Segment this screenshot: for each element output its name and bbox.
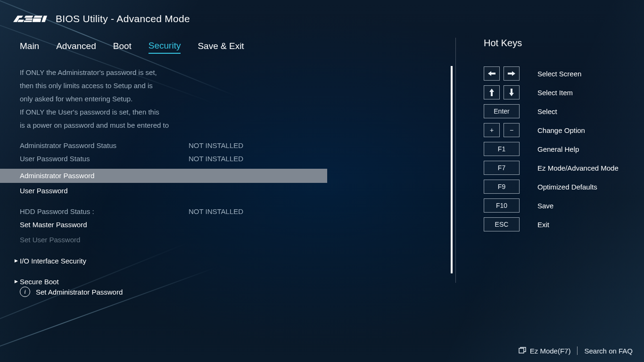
key-up-icon — [484, 85, 500, 99]
hotkey-optimized-defaults: F9 Optimized Defaults — [484, 180, 635, 194]
user-password-status-value: NOT INSTALLED — [189, 155, 243, 163]
key-f10: F10 — [484, 198, 520, 213]
svg-rect-1 — [17, 20, 24, 22]
submenu-arrow-icon — [14, 259, 19, 263]
hdd-password-status-label: HDD Password Status : — [20, 207, 189, 215]
password-info-text: If ONLY the Administrator's password is … — [20, 66, 350, 132]
set-user-password-item: Set User Password — [0, 233, 327, 247]
key-f1: F1 — [484, 142, 520, 156]
svg-marker-7 — [41, 16, 47, 22]
admin-password-status-value: NOT INSTALLED — [189, 141, 243, 149]
hotkey-save: F10 Save — [484, 198, 635, 213]
admin-password-status-row: Administrator Password Status NOT INSTAL… — [20, 139, 452, 152]
svg-marker-2 — [25, 16, 33, 18]
scrollbar-thumb[interactable] — [451, 66, 453, 273]
key-minus: − — [504, 123, 520, 137]
key-f9: F9 — [484, 180, 520, 194]
header-bar: BIOS Utility - Advanced Mode — [0, 0, 644, 38]
key-right-icon — [504, 66, 520, 81]
user-password-item[interactable]: User Password — [0, 184, 327, 198]
svg-marker-9 — [15, 280, 18, 283]
hotkeys-panel: Hot Keys Select Screen Select Item Enter… — [465, 38, 644, 236]
svg-marker-12 — [489, 89, 494, 96]
svg-rect-14 — [519, 348, 524, 353]
key-down-icon — [504, 85, 520, 99]
info-icon: i — [20, 287, 30, 297]
search-faq-link[interactable]: Search on FAQ — [578, 347, 639, 355]
svg-marker-8 — [15, 259, 18, 262]
hdd-password-status-value: NOT INSTALLED — [189, 207, 243, 215]
hotkeys-title: Hot Keys — [484, 38, 635, 49]
key-enter: Enter — [484, 104, 520, 118]
admin-password-status-label: Administrator Password Status — [20, 141, 189, 149]
page-title: BIOS Utility - Advanced Mode — [56, 13, 190, 25]
svg-rect-4 — [24, 21, 32, 22]
tab-advanced[interactable]: Advanced — [56, 41, 96, 53]
ez-mode-link[interactable]: Ez Mode(F7) — [512, 347, 578, 355]
svg-marker-5 — [33, 16, 42, 18]
ez-mode-icon — [519, 347, 526, 355]
administrator-password-item[interactable]: Administrator Password — [0, 169, 327, 183]
tab-main[interactable]: Main — [20, 41, 39, 53]
tab-bar: Main Advanced Boot Security Save & Exit — [0, 38, 455, 57]
asus-logo-icon — [13, 14, 47, 24]
svg-rect-3 — [25, 18, 33, 20]
svg-marker-11 — [508, 71, 515, 76]
set-master-password-item[interactable]: Set Master Password — [0, 218, 327, 232]
key-esc: ESC — [484, 217, 520, 231]
svg-rect-6 — [33, 18, 41, 22]
submenu-arrow-icon — [14, 280, 19, 284]
svg-marker-13 — [509, 89, 514, 96]
tab-security[interactable]: Security — [149, 41, 181, 54]
hotkey-ez-mode: F7 Ez Mode/Advanced Mode — [484, 161, 635, 175]
hotkey-select: Enter Select — [484, 104, 635, 118]
user-password-status-label: User Password Status — [20, 155, 189, 163]
svg-marker-10 — [488, 71, 495, 76]
hotkey-select-item: Select Item — [484, 85, 635, 99]
user-password-status-row: User Password Status NOT INSTALLED — [20, 152, 452, 165]
hotkey-exit: ESC Exit — [484, 217, 635, 231]
scrollbar[interactable] — [451, 66, 453, 273]
hotkey-general-help: F1 General Help — [484, 142, 635, 156]
key-plus: + — [484, 123, 500, 137]
help-line: i Set Administrator Password — [20, 287, 123, 297]
vertical-separator — [455, 38, 456, 283]
hotkey-change-option: + − Change Option — [484, 123, 635, 137]
secure-boot-label: Secure Boot — [20, 278, 59, 286]
key-f7: F7 — [484, 161, 520, 175]
tab-boot[interactable]: Boot — [113, 41, 132, 53]
hotkey-select-screen: Select Screen — [484, 66, 635, 81]
io-interface-security-label: I/O Interface Security — [20, 257, 86, 265]
tab-save-exit[interactable]: Save & Exit — [198, 41, 244, 53]
key-left-icon — [484, 66, 500, 81]
hdd-password-status-row: HDD Password Status : NOT INSTALLED — [20, 205, 452, 218]
footer-bar: Ez Mode(F7) Search on FAQ — [0, 339, 644, 362]
io-interface-security-submenu[interactable]: I/O Interface Security — [20, 254, 452, 268]
help-text: Set Administrator Password — [36, 288, 123, 296]
security-panel: If ONLY the Administrator's password is … — [0, 57, 452, 282]
